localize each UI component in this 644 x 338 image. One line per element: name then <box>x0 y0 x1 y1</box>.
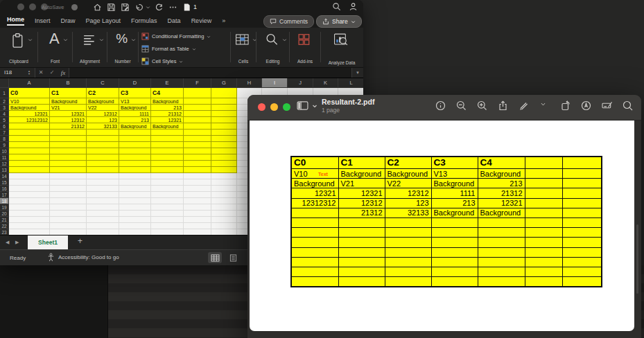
cell-G1[interactable] <box>211 88 237 98</box>
search-icon[interactable] <box>623 100 633 111</box>
cell-E5[interactable]: 12321 <box>151 117 184 123</box>
cell-G11[interactable] <box>211 154 237 161</box>
cell-D23[interactable] <box>119 229 151 235</box>
cell-A4[interactable]: 12321 <box>9 111 50 117</box>
cell-C12[interactable] <box>87 161 119 167</box>
tab-page-layout[interactable]: Page Layout <box>86 17 121 24</box>
cell-G3[interactable] <box>211 105 237 111</box>
cell-E12[interactable] <box>151 161 184 167</box>
row-header-10[interactable]: 10 <box>0 148 9 154</box>
row-header-4[interactable]: 4 <box>0 111 9 117</box>
cell-C18[interactable] <box>87 198 119 204</box>
cell-A19[interactable] <box>9 204 50 211</box>
cell-C20[interactable] <box>87 211 119 217</box>
cell-B2[interactable]: Background <box>50 98 87 105</box>
row-header-16[interactable]: 16 <box>0 186 9 192</box>
undo-icon[interactable] <box>134 3 143 12</box>
page-layout-view-button[interactable] <box>226 252 240 263</box>
cell-B12[interactable] <box>50 161 87 167</box>
cell-B15[interactable] <box>50 179 87 186</box>
cell-styles-button[interactable]: Cell Styles <box>141 55 183 67</box>
comments-button[interactable]: Comments <box>263 15 314 28</box>
cell-F23[interactable] <box>184 229 211 235</box>
text-annotation[interactable]: Text <box>318 170 328 179</box>
cell-D17[interactable] <box>119 192 151 198</box>
cell-F16[interactable] <box>184 186 211 192</box>
cell-C14[interactable] <box>87 173 119 179</box>
cell-A14[interactable] <box>9 173 50 179</box>
cell-F10[interactable] <box>184 148 211 154</box>
cell-E10[interactable] <box>151 148 184 154</box>
search-icon[interactable] <box>332 2 341 11</box>
cell-D18[interactable] <box>119 198 151 204</box>
cell-F2[interactable] <box>184 98 211 105</box>
cell-A12[interactable] <box>9 161 50 167</box>
row-header-9[interactable]: 9 <box>0 142 9 148</box>
cancel-icon[interactable]: ✕ <box>35 68 46 78</box>
ribbon-group-cells[interactable]: Cells <box>231 29 256 65</box>
minimize-button[interactable] <box>270 103 278 111</box>
cell-A3[interactable]: Background <box>9 105 50 111</box>
cell-C13[interactable] <box>87 167 119 173</box>
cell-F21[interactable] <box>184 217 211 223</box>
cell-A7[interactable] <box>9 130 50 136</box>
insert-function-icon[interactable]: fx <box>58 68 69 78</box>
ribbon-group-addins[interactable]: Add-ins <box>290 29 320 65</box>
cell-A6[interactable] <box>9 123 50 130</box>
cell-D12[interactable] <box>119 161 151 167</box>
cell-B10[interactable] <box>50 148 87 154</box>
row-header-5[interactable]: 5 <box>0 117 9 123</box>
cell-C5[interactable]: 123 <box>87 117 119 123</box>
format-as-table-button[interactable]: Format as Table <box>141 43 196 55</box>
cell-B22[interactable] <box>50 223 87 229</box>
normal-view-button[interactable] <box>208 252 222 263</box>
column-header-B[interactable]: B <box>50 78 87 88</box>
cell-G6[interactable] <box>211 123 237 130</box>
ribbon-group-number[interactable]: % Number <box>107 29 138 65</box>
name-box-stepper[interactable]: ▲▼ <box>28 68 35 78</box>
tab-insert[interactable]: Insert <box>35 17 51 24</box>
cell-B21[interactable] <box>50 217 87 223</box>
cell-E6[interactable]: Background <box>151 123 184 130</box>
cell-B1[interactable]: C1 <box>50 88 87 98</box>
row-header-20[interactable]: 20 <box>0 211 9 217</box>
cell-C8[interactable] <box>87 136 119 142</box>
annotate-icon[interactable] <box>581 100 591 111</box>
cell-G4[interactable] <box>211 111 237 117</box>
conditional-formatting-button[interactable]: Conditional Formatting <box>141 30 211 42</box>
cell-G17[interactable] <box>211 192 237 198</box>
next-sheet-icon[interactable]: ▶ <box>15 240 19 245</box>
more-icon[interactable] <box>168 3 177 12</box>
cell-E7[interactable] <box>151 130 184 136</box>
select-all-corner[interactable] <box>0 78 9 88</box>
cell-A1[interactable]: C0 <box>9 88 50 98</box>
cell-B23[interactable] <box>50 229 87 235</box>
ribbon-group-clipboard[interactable]: Clipboard <box>0 29 37 65</box>
cell-B5[interactable]: 12312 <box>50 117 87 123</box>
cell-A20[interactable] <box>9 211 50 217</box>
cell-B18[interactable] <box>50 198 87 204</box>
cell-F1[interactable] <box>184 88 211 98</box>
cell-A8[interactable] <box>9 136 50 142</box>
tab-formulas[interactable]: Formulas <box>131 17 157 24</box>
cell-B19[interactable] <box>50 204 87 211</box>
cell-F4[interactable] <box>184 111 211 117</box>
cell-C6[interactable]: 32133 <box>87 123 119 130</box>
cell-A16[interactable] <box>9 186 50 192</box>
column-header-K[interactable]: K <box>313 78 338 88</box>
cell-B14[interactable] <box>50 173 87 179</box>
cell-B9[interactable] <box>50 142 87 148</box>
chevron-down-icon[interactable] <box>146 5 150 10</box>
row-header-23[interactable]: 23 <box>0 229 9 235</box>
column-header-A[interactable]: A <box>9 78 50 88</box>
cell-C11[interactable] <box>87 154 119 161</box>
cell-D2[interactable]: V13 <box>119 98 151 105</box>
column-header-H[interactable]: H <box>237 78 262 88</box>
account-icon[interactable] <box>349 2 358 11</box>
cell-G20[interactable] <box>211 211 237 217</box>
cell-F20[interactable] <box>184 211 211 217</box>
cell-B6[interactable]: 21312 <box>50 123 87 130</box>
cell-C10[interactable] <box>87 148 119 154</box>
column-header-F[interactable]: F <box>184 78 211 88</box>
share-icon[interactable] <box>498 100 508 111</box>
